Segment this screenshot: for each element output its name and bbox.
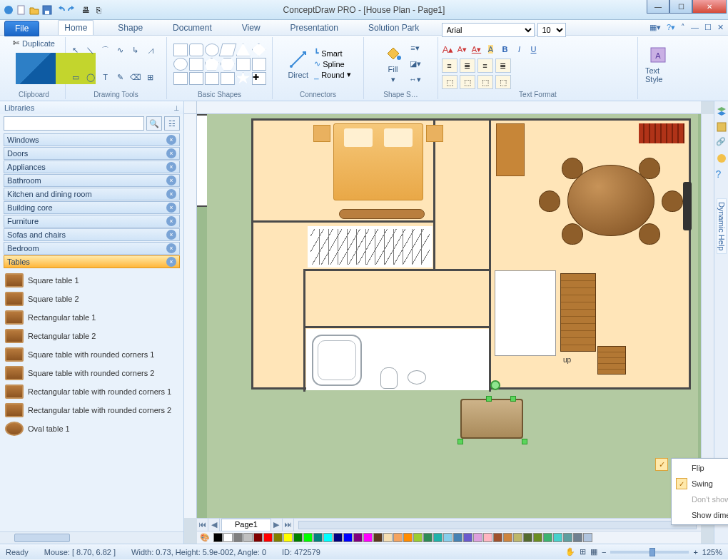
close-category-icon[interactable]: × [166,148,176,158]
connector-tool-icon[interactable]: ↳ [129,44,142,57]
fireplace-shape[interactable] [639,123,684,143]
sink-shape[interactable] [408,370,426,385]
font-color-icon[interactable]: A▾ [470,43,483,56]
color-swatch[interactable] [503,533,512,542]
color-swatch[interactable] [333,533,343,542]
chair-shape[interactable] [639,223,660,245]
ruler-vertical[interactable] [184,114,197,518]
zoom-slider[interactable] [610,551,689,554]
library-options-icon[interactable]: ☷ [164,116,180,131]
close-category-icon[interactable]: × [166,243,176,253]
window-options-icon[interactable]: ▦▾ [649,23,661,32]
stamp-tool-icon[interactable]: ⊞ [144,71,157,83]
library-shape-item[interactable]: Square table 2 [4,290,180,308]
color-swatch[interactable] [213,533,223,542]
tab-home[interactable]: Home [58,20,93,35]
close-category-icon[interactable]: × [166,162,176,172]
page-next-icon[interactable]: ▶ [271,519,283,531]
line-ends-icon[interactable]: ↔▾ [409,73,422,86]
font-family-select[interactable]: Arial [442,23,535,37]
color-swatch[interactable] [463,533,472,542]
bathtub-shape[interactable] [312,335,362,386]
library-shape-item[interactable]: Rectangular table with rounded corners 1 [4,382,180,401]
toilet-shape[interactable] [380,367,398,389]
tv-stand-shape[interactable] [339,209,425,219]
print-icon[interactable]: 🖶 [80,4,91,16]
page-last-icon[interactable]: ⏭ [283,519,294,531]
chair-shape[interactable] [662,190,683,212]
library-shape-item[interactable]: Square table with rounded corners 2 [4,364,180,382]
sideboard-shape[interactable] [496,123,525,176]
shadow-icon[interactable]: ◪▾ [409,58,422,71]
hyperlink-icon[interactable]: 🔗 [716,137,727,148]
category-item[interactable]: Kitchen and dining room× [4,188,180,200]
color-swatch[interactable] [283,533,293,542]
library-search-input[interactable] [4,116,144,131]
color-swatch[interactable] [443,533,453,542]
pencil-tool-icon[interactable]: ✎ [114,71,127,83]
color-swatch[interactable] [303,533,313,542]
category-item[interactable]: Furniture× [4,215,180,228]
clear-format-icon[interactable]: A [485,43,497,56]
library-shape-item[interactable]: Square table 1 [4,271,180,290]
color-fill-icon[interactable] [716,153,727,164]
tv-shape[interactable] [683,182,692,230]
text-align-grid[interactable]: ≡≣≡≣ ⬚⬚⬚⬚ [442,58,511,89]
category-item[interactable]: Building core× [4,201,180,214]
close-button[interactable]: ✕ [692,0,727,14]
undo-icon[interactable] [54,4,66,16]
file-menu[interactable]: File [4,21,39,36]
page-prev-icon[interactable]: ◀ [208,519,220,531]
close-category-icon[interactable]: × [166,189,176,199]
library-shape-item[interactable]: Rectangular table with rounded corners 2 [4,401,180,419]
polyline-tool-icon[interactable]: ⩘ [144,44,157,57]
mdi-min-icon[interactable]: — [691,23,699,32]
save-icon[interactable] [41,4,53,16]
color-swatch[interactable] [393,533,403,542]
close-category-icon[interactable]: × [166,257,176,267]
color-swatch[interactable] [563,533,572,542]
tab-shape[interactable]: Shape [112,21,148,35]
selected-bench-shape[interactable] [460,399,523,439]
floor-plan[interactable]: up [251,118,691,390]
grid-icon[interactable]: ▦ [590,547,597,556]
curve-tool-icon[interactable]: ∿ [114,44,127,57]
stairs-shape[interactable] [560,273,596,352]
text-tool-icon[interactable]: T [99,71,112,83]
tab-presentation[interactable]: Presentation [285,21,344,35]
resize-handle[interactable] [486,396,492,402]
line-style-icon[interactable]: ≡▾ [409,42,422,55]
zoom-in-icon[interactable]: + [693,548,697,556]
new-icon[interactable] [16,4,27,16]
color-swatch[interactable] [523,533,532,542]
tab-view[interactable]: View [236,21,266,35]
resize-handle[interactable] [510,396,516,402]
color-swatch[interactable] [293,533,303,542]
pin-icon[interactable]: ⟂ [174,103,179,112]
resize-handle[interactable] [522,439,527,444]
library-shape-item[interactable]: Rectangular table 1 [4,308,180,327]
context-menu-item[interactable]: Show dimensions [673,507,728,523]
close-category-icon[interactable]: × [166,203,176,213]
color-swatch[interactable] [383,533,393,542]
pointer-tool-icon[interactable]: ↖ [69,44,82,57]
eraser-tool-icon[interactable]: ⌫ [129,71,142,83]
category-item[interactable]: Tables× [4,255,180,268]
color-swatch[interactable] [313,533,323,542]
chair-shape[interactable] [539,190,560,212]
text-style-button[interactable]: AText Style [642,44,674,85]
color-swatch[interactable] [253,533,263,542]
color-swatch[interactable] [413,533,423,542]
color-swatch[interactable] [483,533,492,542]
close-category-icon[interactable]: × [166,230,176,240]
rect-tool-icon[interactable]: ▭ [69,71,82,83]
context-menu-item[interactable]: ✓Swing [673,476,728,492]
font-grow-icon[interactable]: A▴ [442,43,455,56]
palette-picker-icon[interactable]: 🎨 [200,533,210,542]
collapse-ribbon-icon[interactable]: ˄ [681,23,685,32]
layers-icon[interactable] [716,106,727,117]
color-swatch[interactable] [403,533,413,542]
category-item[interactable]: Windows× [4,133,180,146]
color-swatch[interactable] [343,533,353,542]
color-swatch[interactable] [453,533,462,542]
